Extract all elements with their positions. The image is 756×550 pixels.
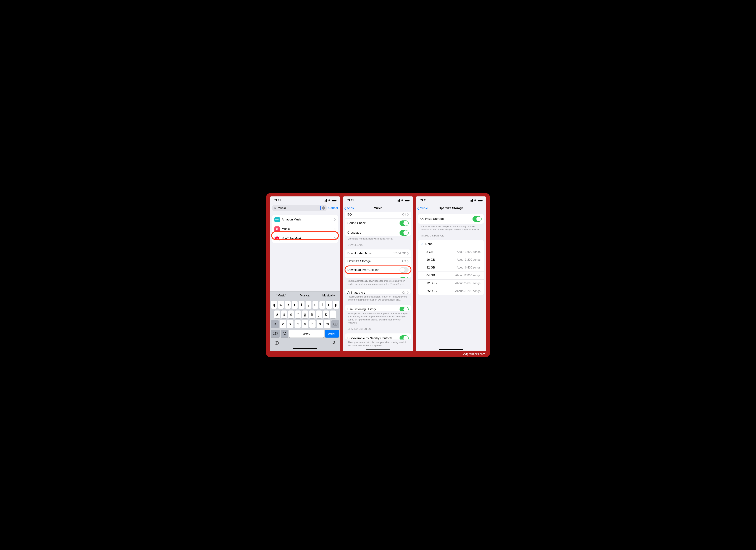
toggle-discoverable[interactable]	[400, 335, 409, 340]
option-detail: About 6,400 songs	[457, 266, 481, 269]
storage-option[interactable]: 256 GBAbout 51,200 songs	[418, 287, 484, 295]
status-bar: 09:41	[270, 196, 340, 204]
storage-option[interactable]: 16 GBAbout 3,200 songs	[418, 256, 484, 264]
row-detail: Off	[402, 259, 406, 263]
toggle-crossfade[interactable]	[400, 230, 409, 236]
row-downloaded-music[interactable]: Downloaded Music 17.04 GB	[345, 249, 411, 257]
key-y[interactable]: y	[306, 301, 311, 309]
key-f[interactable]: f	[295, 310, 301, 318]
key-j[interactable]: j	[316, 310, 322, 318]
keyboard-predictions: “Music” Musical Musically	[270, 291, 340, 299]
row-detail: Off	[402, 213, 406, 216]
key-r[interactable]: r	[292, 301, 298, 309]
chevron-right-icon	[407, 252, 409, 255]
search-header: Music Cancel	[270, 204, 340, 213]
key-m[interactable]: m	[324, 320, 330, 328]
chevron-right-icon	[334, 228, 336, 230]
prediction-1[interactable]: “Music”	[270, 292, 293, 299]
numbers-key[interactable]: 123	[271, 330, 280, 338]
cancel-search-button[interactable]: Cancel	[328, 206, 338, 210]
row-discoverable[interactable]: Discoverable by Nearby Contacts	[345, 333, 411, 340]
status-time: 09:41	[274, 199, 281, 202]
globe-key[interactable]	[274, 341, 279, 346]
youtube-music-icon	[274, 236, 280, 241]
result-youtube-music[interactable]: YouTube Music	[272, 234, 338, 243]
home-indicator	[366, 349, 390, 350]
back-button[interactable]: Music	[417, 206, 428, 210]
search-field[interactable]: Music	[272, 205, 327, 211]
row-download-cellular[interactable]: Download over Cellular	[345, 265, 411, 275]
shift-key[interactable]	[271, 320, 279, 328]
key-o[interactable]: o	[326, 301, 332, 309]
amazon-music-icon: music	[274, 217, 280, 222]
row-download-dolby[interactable]: Download in Dolby Atmos	[345, 275, 411, 278]
row-animated-art[interactable]: Animated Art On	[345, 289, 411, 294]
status-time: 09:41	[347, 199, 354, 202]
downloads-header: Downloads	[348, 244, 408, 246]
battery-icon	[332, 199, 336, 201]
row-optimize-storage[interactable]: Optimize Storage Off	[345, 257, 411, 265]
storage-option[interactable]: 64 GBAbout 12,800 songs	[418, 272, 484, 279]
cellular-icon	[397, 199, 400, 202]
search-icon	[274, 207, 277, 209]
row-sound-check[interactable]: Sound Check	[345, 218, 411, 228]
chevron-right-icon	[334, 237, 336, 240]
result-label: Amazon Music	[282, 218, 334, 221]
key-c[interactable]: c	[295, 320, 301, 328]
row-detail: On	[402, 291, 406, 294]
result-music[interactable]: Music	[272, 224, 338, 234]
key-w[interactable]: w	[278, 301, 284, 309]
status-bar: 09:41	[343, 196, 413, 204]
dictation-key[interactable]	[332, 341, 336, 346]
key-d[interactable]: d	[288, 310, 294, 318]
key-u[interactable]: u	[313, 301, 318, 309]
toggle-listening-history[interactable]	[400, 307, 409, 311]
key-a[interactable]: a	[274, 310, 280, 318]
key-b[interactable]: b	[309, 320, 316, 328]
key-p[interactable]: p	[333, 301, 339, 309]
key-i[interactable]: i	[319, 301, 325, 309]
row-label: Optimize Storage	[347, 259, 402, 263]
key-q[interactable]: q	[271, 301, 277, 309]
row-label: Downloaded Music	[347, 252, 393, 255]
row-label: Optimize Storage	[420, 217, 473, 221]
storage-option[interactable]: 8 GBAbout 1,600 songs	[418, 248, 484, 256]
row-eq[interactable]: EQ Off	[345, 212, 411, 218]
status-time: 09:41	[420, 199, 427, 202]
search-key[interactable]: search	[325, 330, 339, 338]
storage-option[interactable]: 32 GBAbout 6,400 songs	[418, 264, 484, 272]
toggle-download-cellular[interactable]	[400, 267, 409, 273]
svg-point-1	[284, 333, 284, 333]
key-n[interactable]: n	[317, 320, 323, 328]
result-amazon-music[interactable]: music Amazon Music	[272, 215, 338, 224]
backspace-key[interactable]	[331, 320, 339, 328]
key-s[interactable]: s	[281, 310, 287, 318]
key-e[interactable]: e	[285, 301, 291, 309]
text-caret	[320, 206, 321, 210]
prediction-3[interactable]: Musically	[317, 292, 340, 299]
clear-search-button[interactable]	[322, 206, 325, 210]
row-crossfade[interactable]: Crossfade	[345, 228, 411, 236]
key-l[interactable]: l	[330, 310, 336, 318]
space-key[interactable]: space	[289, 330, 324, 338]
storage-option[interactable]: ✓None	[418, 240, 484, 248]
prediction-2[interactable]: Musical	[293, 292, 317, 299]
key-v[interactable]: v	[302, 320, 308, 328]
key-h[interactable]: h	[309, 310, 315, 318]
chevron-right-icon	[407, 260, 409, 262]
back-button[interactable]: Apps	[344, 206, 354, 210]
key-k[interactable]: k	[323, 310, 329, 318]
storage-option[interactable]: 128 GBAbout 25,600 songs	[418, 279, 484, 287]
key-g[interactable]: g	[302, 310, 308, 318]
toggle-optimize-storage[interactable]	[473, 216, 482, 222]
row-listening-history[interactable]: Use Listening History	[345, 305, 411, 311]
row-label: Sound Check	[347, 221, 400, 225]
toggle-sound-check[interactable]	[400, 220, 409, 226]
emoji-key[interactable]	[281, 330, 288, 338]
toggle-download-dolby[interactable]	[400, 277, 409, 278]
key-z[interactable]: z	[280, 320, 286, 328]
key-t[interactable]: t	[299, 301, 305, 309]
key-x[interactable]: x	[287, 320, 293, 328]
row-optimize-toggle[interactable]: Optimize Storage	[418, 214, 484, 224]
software-keyboard: qwertyuiop asdfghjkl zxcvbnm 123	[270, 299, 340, 351]
